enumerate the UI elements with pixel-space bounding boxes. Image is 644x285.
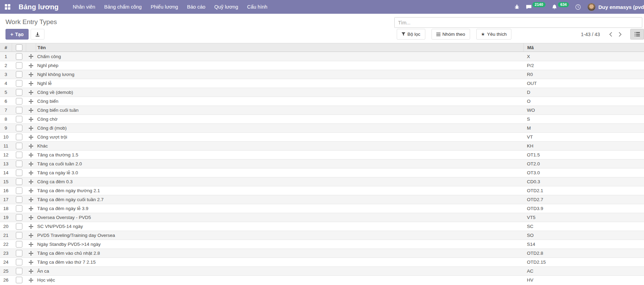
row-code[interactable]: VT5: [523, 215, 644, 220]
drag-handle[interactable]: [26, 260, 36, 265]
drag-handle[interactable]: [26, 54, 36, 59]
row-code[interactable]: HV: [523, 277, 644, 283]
row-name[interactable]: Tăng ca ngày lễ 3.0: [36, 170, 523, 175]
drag-handle[interactable]: [26, 135, 36, 140]
menu-item-quy-luong[interactable]: Quỹ lương: [210, 0, 242, 14]
row-checkbox[interactable]: [16, 161, 22, 167]
search-input[interactable]: [395, 18, 642, 28]
table-row[interactable]: 3 Nghỉ không lương R0: [0, 70, 644, 79]
table-row[interactable]: 21 PVD5 Traveling/Training day Oversea S…: [0, 231, 644, 240]
row-name[interactable]: Tăng ca đêm vào chủ nhật 2.8: [36, 251, 523, 256]
menu-item-bang-cham-cong[interactable]: Bảng chấm công: [100, 0, 146, 14]
row-code[interactable]: AC: [523, 268, 644, 274]
row-code[interactable]: OTD2.7: [523, 197, 644, 202]
row-checkbox[interactable]: [16, 125, 22, 131]
debug-bug-icon[interactable]: [511, 0, 523, 14]
table-row[interactable]: 22 Ngày Standby PVD5->14 ngày S14: [0, 240, 644, 249]
export-button[interactable]: [31, 29, 44, 40]
row-code[interactable]: P/2: [523, 63, 644, 68]
row-name[interactable]: Tăng ca thường 1.5: [36, 152, 523, 157]
table-row[interactable]: 15 Công ca đêm 0.3 CD0.3: [0, 177, 644, 186]
row-checkbox[interactable]: [16, 62, 22, 69]
row-checkbox[interactable]: [16, 196, 22, 203]
row-name[interactable]: Khác: [36, 143, 523, 149]
drag-handle[interactable]: [26, 117, 36, 122]
list-view-button[interactable]: [630, 29, 644, 40]
table-row[interactable]: 4 Nghỉ lễ OUT: [0, 79, 644, 88]
drag-handle[interactable]: [26, 197, 36, 202]
row-name[interactable]: Chấm công: [36, 54, 523, 59]
row-code[interactable]: OUT: [523, 81, 644, 86]
table-row[interactable]: 25 Ăn ca AC: [0, 266, 644, 275]
group-by-button[interactable]: Nhóm theo: [432, 29, 470, 40]
row-name[interactable]: Tăng ca đêm vào thứ 7 2.15: [36, 260, 523, 265]
drag-handle[interactable]: [26, 278, 36, 283]
table-row[interactable]: 18 Tăng ca đêm ngày lễ 3.9 OTD3.9: [0, 204, 644, 213]
row-name[interactable]: PVD5 Traveling/Training day Oversea: [36, 233, 523, 238]
drag-handle[interactable]: [26, 188, 36, 193]
row-checkbox[interactable]: [16, 277, 22, 283]
row-code[interactable]: R0: [523, 72, 644, 77]
row-code[interactable]: D: [523, 90, 644, 95]
row-code[interactable]: OTD2.1: [523, 188, 644, 193]
row-name[interactable]: Tăng ca đêm ngày lễ 3.9: [36, 206, 523, 211]
row-name[interactable]: Tăng ca đêm ngày thường 2.1: [36, 188, 523, 193]
row-name[interactable]: Công ca đêm 0.3: [36, 179, 523, 184]
row-checkbox[interactable]: [16, 143, 22, 149]
menu-item-cau-hinh[interactable]: Cấu hình: [242, 0, 272, 14]
drag-handle[interactable]: [26, 162, 36, 166]
table-row[interactable]: 13 Tăng ca cuối tuần 2.0 OT2.0: [0, 159, 644, 168]
row-code[interactable]: OTD2.8: [523, 251, 644, 256]
drag-handle[interactable]: [26, 90, 36, 95]
row-code[interactable]: S14: [523, 242, 644, 247]
table-row[interactable]: 23 Tăng ca đêm vào chủ nhật 2.8 OTD2.8: [0, 249, 644, 257]
drag-handle[interactable]: [26, 242, 36, 247]
row-checkbox[interactable]: [16, 71, 22, 78]
row-checkbox[interactable]: [16, 169, 22, 176]
filters-button[interactable]: Bộ lọc: [397, 29, 425, 40]
row-name[interactable]: Công vượt trội: [36, 134, 523, 140]
row-name[interactable]: SC VN/PVD5-14 ngày: [36, 224, 523, 229]
row-checkbox[interactable]: [16, 241, 22, 248]
row-checkbox[interactable]: [16, 223, 22, 230]
row-name[interactable]: Nghỉ không lương: [36, 72, 523, 77]
row-name[interactable]: Nghỉ phép: [36, 63, 523, 68]
row-name[interactable]: Công chờ: [36, 117, 523, 122]
drag-handle[interactable]: [26, 224, 36, 229]
column-header-code[interactable]: Mã: [523, 43, 644, 52]
drag-handle[interactable]: [26, 72, 36, 77]
row-checkbox[interactable]: [16, 80, 22, 87]
table-row[interactable]: 6 Công biển O: [0, 97, 644, 106]
apps-menu-button[interactable]: [0, 4, 15, 10]
drag-handle[interactable]: [26, 171, 36, 175]
row-checkbox[interactable]: [16, 205, 22, 212]
row-code[interactable]: VT: [523, 134, 644, 140]
row-code[interactable]: O: [523, 99, 644, 104]
row-checkbox[interactable]: [16, 268, 22, 274]
row-code[interactable]: OT2.0: [523, 161, 644, 166]
row-code[interactable]: M: [523, 125, 644, 131]
row-name[interactable]: Tăng ca đêm ngày cuối tuần 2.7: [36, 197, 523, 202]
table-row[interactable]: 14 Tăng ca ngày lễ 3.0 OT3.0: [0, 168, 644, 177]
row-name[interactable]: Công biển: [36, 99, 523, 104]
menu-item-nhan-vien[interactable]: Nhân viên: [68, 0, 100, 14]
table-row[interactable]: 10 Công vượt trội VT: [0, 132, 644, 141]
row-code[interactable]: S: [523, 117, 644, 122]
messages-menu[interactable]: 2140: [523, 0, 549, 14]
row-name[interactable]: Nghỉ lễ: [36, 81, 523, 86]
activities-menu[interactable]: [572, 0, 584, 14]
row-name[interactable]: Công về (demob): [36, 90, 523, 95]
drag-handle[interactable]: [26, 81, 36, 86]
row-name[interactable]: Công biển cuối tuần: [36, 108, 523, 113]
table-row[interactable]: 24 Tăng ca đêm vào thứ 7 2.15 OTD2.15: [0, 257, 644, 266]
row-checkbox[interactable]: [16, 134, 22, 140]
table-row[interactable]: 20 SC VN/PVD5-14 ngày SC: [0, 222, 644, 231]
row-code[interactable]: WO: [523, 108, 644, 113]
create-button[interactable]: + Tạo: [6, 29, 29, 40]
user-menu[interactable]: Duy enmasys (pvd: [584, 0, 644, 14]
favorites-button[interactable]: ★ Yêu thích: [476, 29, 512, 40]
row-name[interactable]: Tăng ca cuối tuần 2.0: [36, 161, 523, 166]
drag-handle[interactable]: [26, 251, 36, 256]
row-code[interactable]: OTD2.15: [523, 260, 644, 265]
drag-handle[interactable]: [26, 206, 36, 211]
